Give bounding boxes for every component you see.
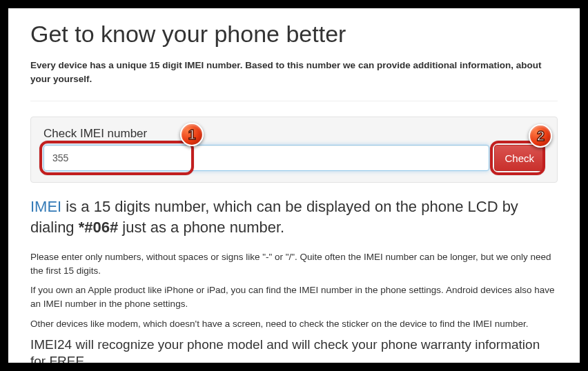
- imei-input[interactable]: [43, 145, 489, 171]
- subhead-part2: just as a phone number.: [118, 219, 284, 236]
- body-p3: Other devices like modem, which doesn't …: [30, 317, 558, 331]
- imei-description: IMEI is a 15 digits number, which can be…: [30, 197, 558, 237]
- panel-title: Check IMEI number: [43, 127, 545, 141]
- input-row: 1 Check 2: [43, 145, 545, 171]
- check-panel: Check IMEI number 1 Check 2: [30, 117, 558, 183]
- page: Get to know your phone better Every devi…: [8, 8, 580, 363]
- dial-code: *#06#: [79, 219, 119, 236]
- imei-link[interactable]: IMEI: [30, 198, 61, 215]
- body-p2: If you own an Apple product like iPhone …: [30, 283, 558, 312]
- divider: [30, 101, 558, 101]
- check-button[interactable]: Check: [494, 145, 545, 171]
- intro-text: Every device has a unique 15 digit IMEI …: [30, 59, 558, 86]
- body-p1: Please enter only numbers, without space…: [30, 250, 558, 279]
- input-wrap: 1: [43, 145, 489, 171]
- page-title: Get to know your phone better: [30, 21, 558, 48]
- final-text: IMEI24 will recognize your phone model a…: [30, 337, 558, 363]
- button-wrap: Check 2: [494, 145, 545, 171]
